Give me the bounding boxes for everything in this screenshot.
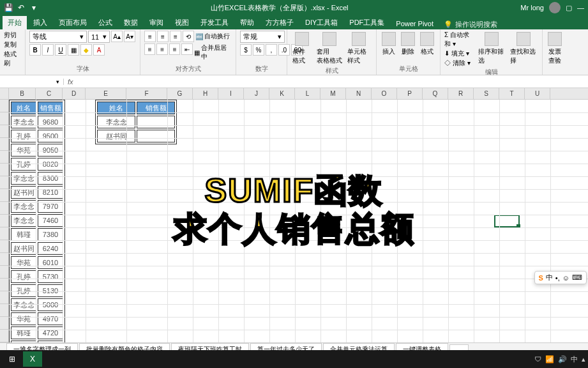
- ribbon-tab-11[interactable]: PDF工具集: [344, 16, 389, 29]
- ime-keyboard-icon[interactable]: ⌨: [572, 273, 582, 282]
- row-header[interactable]: [0, 176, 9, 189]
- format-as-table-button[interactable]: 套用 表格格式: [315, 31, 343, 66]
- font-color-button[interactable]: A: [93, 44, 105, 56]
- comma-icon[interactable]: ,: [266, 44, 277, 56]
- autosum-button[interactable]: Σ 自动求和 ▾: [444, 31, 474, 49]
- column-headers[interactable]: BCDEFGHIJKLMNOPQRSTU: [0, 88, 588, 100]
- col-header-K[interactable]: K: [269, 88, 295, 99]
- border-button[interactable]: ▦: [68, 44, 79, 56]
- conditional-format-button[interactable]: 条件格式: [291, 31, 313, 66]
- row-header[interactable]: [0, 164, 9, 176]
- col-header-J[interactable]: J: [244, 88, 269, 99]
- col-header-H[interactable]: H: [193, 88, 218, 99]
- row-header[interactable]: [0, 240, 9, 253]
- find-select-button[interactable]: 查找和选择: [509, 31, 538, 66]
- start-button[interactable]: ⊞: [3, 351, 22, 367]
- tray-shield-icon[interactable]: 🛡: [534, 355, 541, 363]
- col-header-P[interactable]: P: [397, 88, 423, 99]
- col-header-I[interactable]: I: [218, 88, 244, 99]
- row-header[interactable]: [0, 253, 9, 266]
- col-header-C[interactable]: C: [36, 88, 63, 99]
- ribbon-tab-3[interactable]: 公式: [93, 16, 117, 29]
- indent-dec-icon[interactable]: ⇤: [181, 43, 192, 55]
- row-header[interactable]: [0, 279, 9, 291]
- row-header[interactable]: [0, 304, 9, 317]
- currency-icon[interactable]: $: [240, 44, 252, 56]
- ribbon-tab-5[interactable]: 审阅: [144, 16, 169, 29]
- cut-button[interactable]: 剪切: [4, 31, 17, 40]
- tray-sound-icon[interactable]: 🔊: [558, 355, 567, 364]
- row-header[interactable]: [0, 125, 9, 138]
- font-name-dropdown[interactable]: 等线▾: [29, 31, 87, 43]
- col-header-N[interactable]: N: [346, 88, 372, 99]
- underline-button[interactable]: U: [55, 44, 66, 56]
- row-header[interactable]: [0, 189, 9, 202]
- ribbon-tab-9[interactable]: 方方格子: [260, 16, 299, 29]
- col-header-M[interactable]: M: [320, 88, 346, 99]
- align-center-icon[interactable]: ≡: [156, 43, 167, 55]
- italic-button[interactable]: I: [42, 44, 54, 56]
- ribbon-tab-0[interactable]: 开始: [3, 16, 27, 29]
- col-header-B[interactable]: B: [9, 88, 36, 99]
- font-size-dropdown[interactable]: 11▾: [88, 31, 110, 43]
- user-name[interactable]: Mr long: [520, 4, 544, 12]
- row-header[interactable]: [0, 202, 9, 215]
- row-header[interactable]: [0, 100, 9, 112]
- col-header-D[interactable]: D: [63, 88, 86, 99]
- ribbon-tab-1[interactable]: 插入: [28, 16, 52, 29]
- col-header-G[interactable]: G: [167, 88, 193, 99]
- col-header-R[interactable]: R: [448, 88, 474, 99]
- undo-icon[interactable]: ↶: [17, 3, 26, 12]
- avatar[interactable]: [549, 2, 561, 13]
- row-headers[interactable]: [0, 100, 9, 342]
- row-header[interactable]: [0, 266, 9, 279]
- ribbon-tab-4[interactable]: 数据: [119, 16, 143, 29]
- row-header[interactable]: [0, 330, 9, 342]
- ime-emoji-icon[interactable]: ☺: [562, 274, 569, 282]
- align-bottom-icon[interactable]: ≡: [170, 31, 181, 42]
- wrap-text-button[interactable]: 🔤 自动换行: [195, 31, 230, 42]
- ribbon-tab-2[interactable]: 页面布局: [54, 16, 92, 29]
- align-middle-icon[interactable]: ≡: [157, 31, 169, 42]
- decrease-font-icon[interactable]: A▾: [124, 31, 135, 42]
- clear-button[interactable]: ◇ 清除 ▾: [444, 59, 474, 68]
- ime-popup[interactable]: S 中 •, ☺ ⌨: [534, 271, 587, 284]
- minimize-icon[interactable]: —: [577, 4, 584, 12]
- row-header[interactable]: [0, 227, 9, 240]
- format-painter-button[interactable]: 格式刷: [4, 50, 21, 68]
- ribbon-tab-7[interactable]: 开发工具: [195, 16, 234, 29]
- delete-cells-button[interactable]: 删除: [400, 31, 416, 57]
- ribbon-tab-6[interactable]: 视图: [170, 16, 194, 29]
- data-table-sales[interactable]: 姓名销售额李念念9680孔婷9500华苑9050孔婷8820李念念8300赵书同…: [9, 100, 65, 342]
- tray-network-icon[interactable]: 📶: [545, 355, 554, 364]
- row-header[interactable]: [0, 112, 9, 125]
- row-header[interactable]: [0, 151, 9, 164]
- ime-punct-icon[interactable]: •,: [555, 274, 560, 282]
- align-left-icon[interactable]: ≡: [144, 43, 155, 55]
- tray-more-icon[interactable]: ▴: [582, 355, 585, 364]
- row-header[interactable]: [0, 138, 9, 151]
- col-header-S[interactable]: S: [474, 88, 499, 99]
- redo-icon[interactable]: ▾: [29, 3, 38, 12]
- col-header-O[interactable]: O: [372, 88, 397, 99]
- ribbon-options-icon[interactable]: ▢: [566, 4, 572, 12]
- row-header[interactable]: [0, 291, 9, 304]
- sort-filter-button[interactable]: 排序和筛选: [477, 31, 506, 66]
- taskbar[interactable]: ⊞ X 🛡 📶 🔊 中 ▴: [0, 350, 588, 368]
- col-header-Q[interactable]: Q: [423, 88, 448, 99]
- fill-color-button[interactable]: ◆: [80, 44, 92, 56]
- row-header[interactable]: [0, 215, 9, 227]
- col-header-U[interactable]: U: [525, 88, 550, 99]
- fx-icon[interactable]: fx: [64, 78, 77, 86]
- tray-ime-icon[interactable]: 中: [571, 355, 578, 364]
- row-header[interactable]: [0, 317, 9, 330]
- bold-button[interactable]: B: [29, 44, 41, 56]
- cells-area[interactable]: 姓名销售额李念念9680孔婷9500华苑9050孔婷8820李念念8300赵书同…: [9, 100, 588, 342]
- align-right-icon[interactable]: ≡: [169, 43, 180, 55]
- orientation-icon[interactable]: ⟲: [183, 31, 194, 42]
- format-cells-button[interactable]: 格式: [419, 31, 435, 57]
- autosave-icon[interactable]: 💾: [4, 3, 13, 12]
- cell-styles-button[interactable]: 单元格样式: [346, 31, 372, 66]
- col-header-L[interactable]: L: [295, 88, 320, 99]
- align-top-icon[interactable]: ≡: [144, 31, 156, 42]
